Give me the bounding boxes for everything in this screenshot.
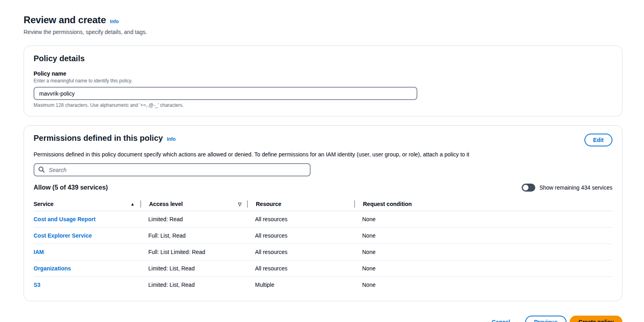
edit-button[interactable]: Edit [584,134,612,146]
access-level-cell: Full: List, Read [140,232,247,239]
table-row: Organizations Limited: List, Read All re… [34,260,612,276]
service-link[interactable]: S3 [34,282,40,288]
search-icon [38,166,45,173]
show-remaining-toggle[interactable] [522,184,535,192]
policy-name-input[interactable] [34,87,417,100]
toggle-knob [523,185,528,190]
access-level-cell: Limited: Read [140,216,247,222]
permissions-info-link[interactable]: Info [167,136,175,142]
sort-ascending-icon[interactable]: ▲ [130,202,135,206]
resource-cell: Multiple [247,282,354,288]
access-level-cell: Full: List Limited: Read [140,249,247,255]
table-row: S3 Limited: List, Read Multiple None [34,276,612,293]
table-row: Cost and Usage Report Limited: Read All … [34,211,612,227]
service-link[interactable]: Organizations [34,265,71,272]
service-link[interactable]: Cost Explorer Service [34,232,92,239]
table-header-row: Service ▲ Access level ▽ Resource Reques… [34,197,612,211]
services-table: Service ▲ Access level ▽ Resource Reques… [34,197,612,293]
policy-name-label: Policy name [34,70,612,77]
footer-actions: Cancel Previous Create policy [0,310,644,322]
request-condition-cell: None [354,249,612,255]
column-header-request-condition: Request condition [354,200,612,208]
request-condition-cell: None [354,216,612,222]
page-title: Review and create [24,14,106,26]
service-link[interactable]: IAM [34,249,44,255]
request-condition-cell: None [354,232,612,239]
page-subtitle: Review the permissions, specify details,… [24,29,622,35]
table-row: Cost Explorer Service Full: List, Read A… [34,227,612,244]
page-info-link[interactable]: Info [110,19,119,24]
column-header-service[interactable]: Service ▲ [34,200,140,208]
cancel-button[interactable]: Cancel [488,316,514,322]
column-header-access-level[interactable]: Access level ▽ [140,200,247,208]
permissions-description: Permissions defined in this policy docum… [34,151,612,158]
access-level-cell: Limited: List, Read [140,265,247,272]
access-level-cell: Limited: List, Read [140,282,247,288]
permissions-heading: Permissions defined in this policy [34,134,163,143]
resource-cell: All resources [247,216,354,222]
show-remaining-label: Show remaining 434 services [539,184,612,191]
request-condition-cell: None [354,265,612,272]
sort-icon[interactable]: ▽ [238,202,241,206]
policy-name-constraint: Maximum 128 characters. Use alphanumeric… [34,102,612,108]
permissions-card: Permissions defined in this policy Info … [24,125,622,301]
service-link[interactable]: Cost and Usage Report [34,216,96,222]
allow-services-heading: Allow (5 of 439 services) [34,184,108,191]
table-row: IAM Full: List Limited: Read All resourc… [34,244,612,260]
policy-details-heading: Policy details [34,54,612,63]
table-body: Cost and Usage Report Limited: Read All … [34,211,612,293]
resource-cell: All resources [247,232,354,239]
policy-details-card: Policy details Policy name Enter a meani… [24,46,622,116]
search-input[interactable] [34,163,311,176]
previous-button[interactable]: Previous [525,316,566,322]
create-policy-button[interactable]: Create policy [570,316,622,322]
request-condition-cell: None [354,282,612,288]
search-box [34,163,311,176]
resource-cell: All resources [247,249,354,255]
resource-cell: All resources [247,265,354,272]
policy-name-help: Enter a meaningful name to identify this… [34,78,612,84]
page-header: Review and create Info Review the permis… [24,14,622,35]
review-and-create-page: Review and create Info Review the permis… [0,0,644,301]
column-header-resource: Resource [247,200,354,208]
